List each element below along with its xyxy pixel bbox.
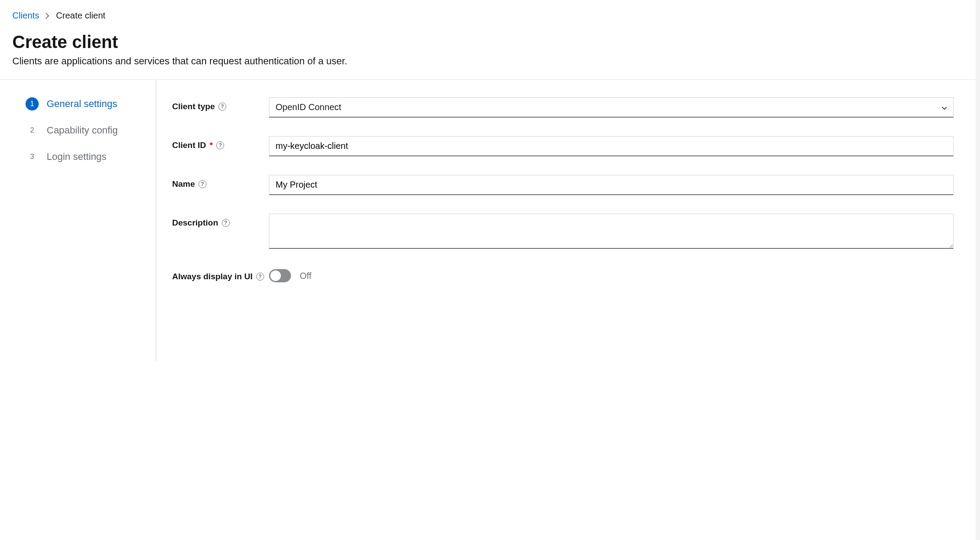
description-textarea[interactable]	[269, 214, 954, 249]
wizard-step-login-settings[interactable]: 3 Login settings	[26, 150, 144, 163]
page-title: Create client	[12, 32, 968, 52]
wizard-step-label: General settings	[47, 98, 117, 110]
help-icon[interactable]: ?	[216, 141, 224, 149]
label-client-type: Client type ?	[172, 97, 269, 111]
required-asterisk: *	[210, 141, 213, 150]
select-value: OpenID Connect	[276, 102, 341, 112]
client-type-select[interactable]: OpenID Connect	[269, 97, 954, 118]
wizard-form: Client type ? OpenID Connect Client ID *…	[156, 80, 980, 362]
wizard-steps: 1 General settings 2 Capability config 3…	[0, 80, 156, 362]
field-row-client-type: Client type ? OpenID Connect	[172, 97, 954, 118]
wizard-step-number: 2	[26, 124, 39, 137]
wizard-step-number: 3	[26, 150, 39, 163]
switch-wrap: Off	[269, 267, 954, 282]
label-always-display: Always display in UI ?	[172, 267, 269, 281]
wizard-step-number: 1	[26, 97, 39, 111]
name-input[interactable]	[269, 175, 954, 195]
always-display-toggle[interactable]	[269, 269, 291, 282]
breadcrumb-current: Create client	[56, 11, 105, 21]
help-icon[interactable]: ?	[256, 273, 264, 281]
field-row-description: Description ?	[172, 214, 954, 249]
caret-down-icon	[942, 102, 947, 112]
label-client-id: Client ID * ?	[172, 136, 269, 150]
toggle-state-label: Off	[300, 271, 311, 281]
label-text: Name	[172, 179, 195, 189]
label-text: Client type	[172, 102, 215, 111]
field-row-name: Name ?	[172, 175, 954, 195]
wizard-step-capability-config[interactable]: 2 Capability config	[26, 124, 144, 137]
help-icon[interactable]: ?	[218, 103, 226, 111]
chevron-right-icon	[45, 13, 50, 19]
field-row-client-id: Client ID * ?	[172, 136, 954, 156]
help-icon[interactable]: ?	[199, 180, 206, 188]
page-header: Clients Create client Create client Clie…	[0, 0, 980, 80]
client-id-input[interactable]	[269, 136, 954, 156]
label-description: Description ?	[172, 214, 269, 228]
wizard-step-label: Capability config	[47, 125, 118, 136]
help-icon[interactable]: ?	[222, 219, 230, 227]
wizard-step-general-settings[interactable]: 1 General settings	[26, 97, 144, 111]
label-text: Always display in UI	[172, 272, 253, 281]
wizard-container: 1 General settings 2 Capability config 3…	[0, 80, 980, 362]
wizard-step-label: Login settings	[47, 151, 107, 163]
scrollbar[interactable]	[976, 0, 980, 362]
field-row-always-display: Always display in UI ? Off	[172, 267, 954, 282]
label-text: Client ID	[172, 141, 206, 150]
breadcrumb-parent-link[interactable]: Clients	[12, 11, 39, 21]
page-description: Clients are applications and services th…	[12, 55, 968, 67]
toggle-knob	[270, 270, 281, 281]
label-text: Description	[172, 218, 218, 228]
label-name: Name ?	[172, 175, 269, 189]
breadcrumb: Clients Create client	[12, 11, 968, 21]
